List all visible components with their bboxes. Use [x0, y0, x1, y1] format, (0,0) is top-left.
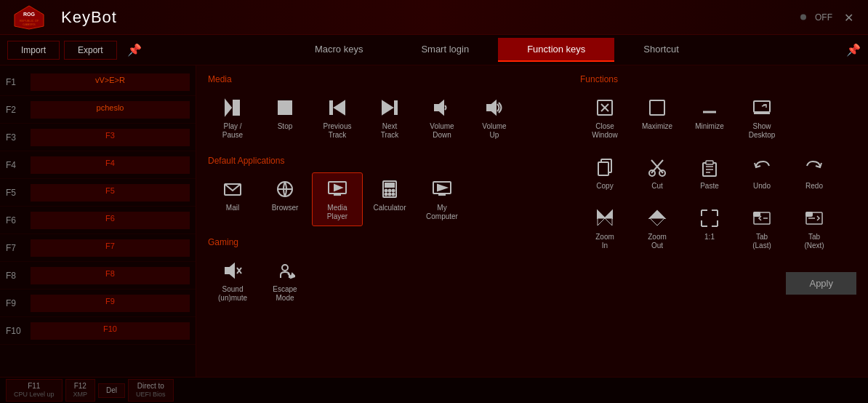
fn-close-window-item[interactable]: CloseWindow: [580, 92, 630, 144]
fn-tab-last-item[interactable]: Tab(Last): [737, 202, 787, 255]
play-pause-icon: [222, 96, 243, 119]
fn-key-value-f4[interactable]: F4: [31, 156, 190, 174]
fn-key-value-f1[interactable]: vV>E>R: [31, 73, 190, 91]
bottom-key-f12[interactable]: F12 XMP: [65, 379, 96, 402]
fn-cut-item[interactable]: Cut: [632, 151, 682, 195]
fn-key-row-f1: F1 vV>E>R: [0, 68, 196, 96]
redo-label: Redo: [805, 182, 823, 191]
copy-icon: [595, 156, 615, 179]
svg-rect-49: [598, 162, 608, 175]
tab-smart-login[interactable]: Smart login: [392, 38, 498, 62]
fn-key-row-f3: F3 F3: [0, 124, 196, 151]
fn-ratio-1-1-item[interactable]: 1:1: [685, 202, 734, 255]
svg-rect-8: [330, 101, 332, 114]
prev-track-icon: [327, 96, 347, 119]
tab-macro-keys[interactable]: Macro keys: [286, 38, 392, 62]
prev-track-label: PreviousTrack: [324, 122, 352, 140]
tab-function-keys[interactable]: Function keys: [498, 38, 614, 62]
app-my-computer-item[interactable]: MyComputer: [417, 173, 467, 226]
app-media-player-item[interactable]: MediaPlayer: [313, 173, 362, 226]
svg-rect-5: [233, 100, 236, 115]
gaming-section-title: Gaming: [208, 237, 566, 247]
fn-minimize-item[interactable]: Minimize: [685, 92, 734, 144]
next-track-icon: [379, 96, 400, 119]
export-button[interactable]: Export: [64, 41, 117, 60]
fn-copy-item[interactable]: Copy: [580, 151, 630, 195]
fn-maximize-item[interactable]: Maximize: [632, 92, 682, 144]
svg-marker-33: [225, 264, 234, 277]
power-dot-icon: [800, 15, 806, 20]
fn-key-label-f4: F4: [6, 160, 26, 170]
fn-key-value-f2[interactable]: pcheslo: [31, 101, 190, 119]
bottom-key-uefi[interactable]: Direct to UEFI Bios: [128, 379, 174, 402]
fn-zoom-in-item[interactable]: ZoomIn: [580, 202, 630, 255]
zoom-out-icon: [647, 207, 667, 230]
next-track-label: NextTrack: [381, 122, 399, 140]
close-window-button[interactable]: ✕: [841, 7, 856, 27]
svg-point-24: [389, 190, 391, 192]
media-icon-grid: Play /Pause Stop PreviousTrack: [208, 92, 566, 144]
svg-point-23: [385, 190, 387, 192]
gaming-escape-mode-item[interactable]: EscapeMode: [260, 255, 310, 307]
fn-zoom-out-item[interactable]: ZoomOut: [632, 202, 682, 255]
svg-text:GAMERS: GAMERS: [23, 23, 36, 26]
bottom-key-del-main: Del: [106, 386, 117, 395]
fn-key-label-f3: F3: [6, 132, 26, 143]
tab-shortcut[interactable]: Shortcut: [614, 38, 707, 62]
fn-undo-item[interactable]: Undo: [737, 151, 787, 195]
media-next-track-item[interactable]: NextTrack: [365, 92, 414, 144]
svg-rect-44: [754, 101, 770, 112]
media-prev-track-item[interactable]: PreviousTrack: [313, 92, 362, 144]
undo-icon: [752, 156, 772, 179]
apply-button[interactable]: Apply: [786, 272, 856, 295]
gaming-sound-mute-item[interactable]: Sound(un)mute: [208, 255, 257, 307]
fn-key-value-f9[interactable]: F9: [31, 295, 190, 312]
titlebar: ROG REPUBLIC OF GAMERS KeyBot OFF ✕: [0, 0, 868, 35]
nav-separator: 📌: [127, 43, 142, 57]
mail-icon: [222, 177, 243, 201]
app-mail-item[interactable]: Mail: [208, 173, 257, 226]
tab-last-icon: [752, 207, 772, 230]
close-window-icon: [595, 96, 615, 119]
default-apps-section-title: Default Applications: [208, 156, 566, 166]
import-button[interactable]: Import: [7, 41, 60, 60]
svg-point-36: [282, 265, 288, 271]
media-vol-up-item[interactable]: VolumeUp: [470, 92, 519, 144]
bottom-key-del[interactable]: Del: [98, 383, 125, 398]
svg-marker-61: [598, 218, 605, 226]
fn-paste-item[interactable]: Paste: [685, 151, 734, 195]
fn-key-value-f3[interactable]: F3: [31, 129, 190, 146]
power-label: OFF: [815, 12, 832, 23]
fn-key-value-f5[interactable]: F5: [31, 184, 190, 202]
vol-up-label: VolumeUp: [482, 122, 506, 140]
functions-section-title: Functions: [580, 74, 856, 84]
fn-key-value-f10[interactable]: F10: [31, 322, 190, 340]
fn-show-desktop-item[interactable]: ShowDesktop: [737, 92, 787, 144]
fn-key-label-f1: F1: [6, 77, 26, 87]
svg-marker-59: [598, 211, 605, 218]
fn-key-row-f9: F9 F9: [0, 290, 196, 317]
app-browser-item[interactable]: Browser: [260, 173, 310, 226]
cut-label: Cut: [651, 182, 663, 191]
fn-key-value-f6[interactable]: F6: [31, 212, 190, 229]
fn-key-label-f8: F8: [6, 271, 26, 281]
fn-key-value-f7[interactable]: F7: [31, 239, 190, 257]
svg-marker-32: [438, 185, 446, 191]
close-window-label: CloseWindow: [592, 122, 618, 140]
fn-redo-item[interactable]: Redo: [789, 151, 839, 195]
fn-key-label-f5: F5: [6, 188, 26, 198]
svg-marker-66: [650, 218, 664, 226]
media-vol-down-item[interactable]: VolumeDown: [417, 92, 467, 144]
zoom-in-icon: [595, 207, 615, 230]
fn-tab-next-item[interactable]: Tab(Next): [789, 202, 839, 255]
bottom-key-f11[interactable]: F11 CPU Level up: [6, 379, 63, 402]
fn-key-value-f8[interactable]: F8: [31, 267, 190, 284]
media-player-icon: [327, 177, 347, 201]
media-stop-item[interactable]: Stop: [260, 92, 310, 144]
app-calculator-item[interactable]: Calculator: [365, 173, 414, 226]
sound-mute-label: Sound(un)mute: [218, 285, 247, 303]
pin-icon[interactable]: 📌: [846, 43, 861, 57]
escape-mode-icon: [275, 259, 295, 282]
media-play-pause-item[interactable]: Play /Pause: [208, 92, 257, 144]
redo-icon: [804, 156, 824, 179]
